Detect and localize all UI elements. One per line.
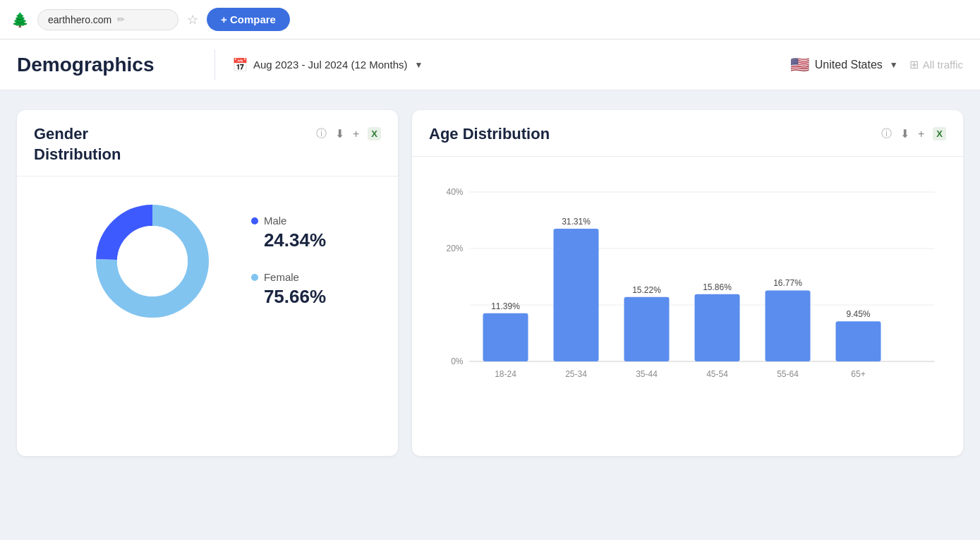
flag-icon: 🇺🇸 — [790, 56, 809, 74]
bar-35-44 — [624, 296, 670, 361]
age-info-icon[interactable]: ⓘ — [881, 127, 892, 140]
browser-logo-icon: 🌲 — [11, 11, 29, 28]
traffic-icon: ⊞ — [909, 58, 919, 71]
female-value: 75.66% — [264, 286, 326, 308]
date-range-label: Aug 2023 - Jul 2024 (12 Months) — [253, 59, 407, 71]
gender-info-icon[interactable]: ⓘ — [316, 127, 327, 140]
compare-button[interactable]: + Compare — [207, 8, 290, 31]
female-legend-item: Female 75.66% — [251, 271, 326, 308]
svg-text:15.86%: 15.86% — [703, 282, 732, 292]
bar-65plus — [836, 321, 881, 361]
gender-excel-icon[interactable]: X — [368, 127, 381, 140]
svg-point-2 — [117, 226, 188, 296]
calendar-icon: 📅 — [232, 57, 248, 73]
date-filter[interactable]: 📅 Aug 2023 - Jul 2024 (12 Months) ▼ — [232, 57, 790, 73]
svg-text:11.39%: 11.39% — [491, 301, 520, 311]
gender-card-actions: ⓘ ⬇ + X — [316, 127, 381, 140]
address-bar[interactable]: earthhero.com ✏ — [37, 9, 179, 30]
male-legend-item: Male 24.34% — [251, 215, 326, 251]
age-chart-body: 40% 20% 0% 11.39% 18-24 31.31% 25-34 15.… — [412, 157, 963, 446]
svg-text:0%: 0% — [451, 356, 464, 366]
url-text: earthhero.com — [48, 14, 111, 25]
country-label: United States — [815, 59, 883, 71]
age-card-actions: ⓘ ⬇ + X — [881, 127, 946, 140]
page-header: Demographics 📅 Aug 2023 - Jul 2024 (12 M… — [0, 40, 980, 90]
svg-text:15.22%: 15.22% — [632, 285, 661, 295]
age-excel-icon[interactable]: X — [933, 127, 946, 140]
male-dot — [251, 217, 258, 224]
country-filter[interactable]: 🇺🇸 United States ▼ — [790, 56, 898, 74]
bar-55-64 — [766, 290, 811, 361]
svg-text:45-54: 45-54 — [706, 369, 728, 379]
svg-text:16.77%: 16.77% — [773, 278, 802, 288]
female-label: Female — [264, 271, 299, 283]
age-add-icon[interactable]: + — [918, 128, 924, 140]
gender-add-icon[interactable]: + — [353, 128, 359, 140]
gender-donut-chart — [89, 198, 216, 325]
svg-text:20%: 20% — [446, 244, 463, 253]
bar-25-34 — [554, 229, 599, 361]
gender-card-title: GenderDistribution — [34, 124, 121, 164]
svg-text:65+: 65+ — [851, 369, 865, 379]
svg-text:55-64: 55-64 — [777, 369, 799, 379]
country-chevron-icon: ▼ — [890, 60, 898, 70]
charts-row: GenderDistribution ⓘ ⬇ + X — [17, 110, 963, 456]
main-content: GenderDistribution ⓘ ⬇ + X — [0, 90, 980, 540]
svg-text:35-44: 35-44 — [636, 369, 658, 379]
edit-icon: ✏ — [117, 14, 125, 25]
browser-bar: 🌲 earthhero.com ✏ ☆ + Compare — [0, 0, 980, 40]
age-card-header: Age Distribution ⓘ ⬇ + X — [412, 110, 963, 157]
bookmark-icon[interactable]: ☆ — [187, 12, 198, 28]
traffic-filter[interactable]: ⊞ All traffic — [909, 58, 963, 71]
male-label: Male — [264, 215, 287, 227]
svg-text:9.45%: 9.45% — [846, 309, 870, 319]
svg-text:31.31%: 31.31% — [562, 217, 591, 227]
gender-distribution-card: GenderDistribution ⓘ ⬇ + X — [17, 110, 398, 456]
svg-text:25-34: 25-34 — [565, 369, 587, 379]
female-dot — [251, 274, 258, 281]
bar-45-54 — [695, 294, 740, 361]
svg-text:18-24: 18-24 — [495, 369, 516, 379]
gender-card-header: GenderDistribution ⓘ ⬇ + X — [17, 110, 398, 176]
age-card-title: Age Distribution — [429, 124, 550, 145]
age-bar-chart: 40% 20% 0% 11.39% 18-24 31.31% 25-34 15.… — [432, 171, 943, 397]
gender-chart-body: Male 24.34% Female 75.66% — [17, 176, 398, 346]
date-chevron-icon: ▼ — [414, 60, 423, 70]
age-download-icon[interactable]: ⬇ — [900, 127, 909, 140]
male-value: 24.34% — [264, 229, 326, 251]
gender-download-icon[interactable]: ⬇ — [335, 127, 344, 140]
bar-18-24 — [483, 313, 528, 361]
header-divider — [214, 49, 215, 80]
gender-legend: Male 24.34% Female 75.66% — [251, 215, 326, 308]
svg-text:40%: 40% — [446, 187, 463, 197]
traffic-label-text: All traffic — [923, 59, 963, 71]
age-distribution-card: Age Distribution ⓘ ⬇ + X 40% — [412, 110, 963, 456]
page-title: Demographics — [17, 54, 214, 76]
